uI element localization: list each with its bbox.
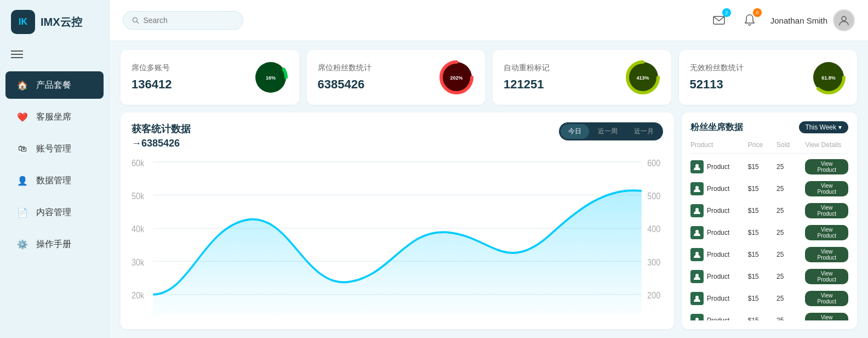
svg-line-1 bbox=[136, 21, 138, 23]
svg-text:20k: 20k bbox=[132, 290, 144, 300]
stat-card-0: 席位多账号 136412 16% bbox=[121, 50, 299, 105]
view-product-button-4[interactable]: View Product bbox=[805, 247, 848, 262]
user-name: Jonathan Smith bbox=[770, 16, 827, 25]
table-row: Product $15 25 View Product bbox=[690, 289, 848, 308]
sidebar-item-2[interactable]: 🛍账号管理 bbox=[5, 135, 104, 162]
price-cell-2: $15 bbox=[748, 207, 776, 215]
product-avatar-4 bbox=[690, 248, 704, 261]
product-name-7: Product bbox=[707, 317, 729, 320]
price-cell-3: $15 bbox=[748, 229, 776, 236]
nav-item-label: 数据管理 bbox=[36, 175, 71, 187]
sidebar-item-1[interactable]: ❤️客服坐席 bbox=[5, 103, 104, 131]
time-tabs: 今日近一周近一月 bbox=[559, 122, 663, 140]
price-cell-0: $15 bbox=[748, 163, 776, 171]
stat-value-3: 52113 bbox=[690, 77, 744, 92]
svg-text:60k: 60k bbox=[132, 158, 144, 168]
stat-left-1: 席位粉丝数统计 6385426 bbox=[318, 63, 372, 92]
time-tab-0[interactable]: 今日 bbox=[561, 124, 589, 139]
donut-svg-0: 16% bbox=[253, 60, 288, 95]
svg-text:413%: 413% bbox=[636, 75, 649, 81]
sidebar-item-4[interactable]: 📄内容管理 bbox=[5, 199, 104, 226]
email-button[interactable]: 2 bbox=[709, 10, 729, 30]
sold-cell-0: 25 bbox=[776, 163, 805, 171]
price-cell-6: $15 bbox=[748, 295, 776, 302]
hamburger-menu[interactable] bbox=[0, 44, 109, 65]
sold-cell-1: 25 bbox=[776, 185, 805, 193]
sidebar-item-0[interactable]: 🏠产品套餐 bbox=[5, 71, 104, 99]
header-icons: 2 0 Jonathan Smith bbox=[709, 9, 855, 31]
view-product-button-6[interactable]: View Product bbox=[805, 291, 848, 306]
view-product-button-2[interactable]: View Product bbox=[805, 203, 848, 218]
view-product-button-3[interactable]: View Product bbox=[805, 225, 848, 240]
sold-cell-6: 25 bbox=[776, 295, 805, 302]
svg-text:600: 600 bbox=[647, 158, 660, 168]
svg-text:202%: 202% bbox=[450, 75, 462, 81]
product-cell-5: Product bbox=[690, 270, 748, 283]
product-cell-7: Product bbox=[690, 314, 748, 320]
sidebar-item-5[interactable]: ⚙️操作手册 bbox=[5, 230, 104, 258]
chevron-down-icon: ▾ bbox=[838, 123, 842, 131]
time-tab-1[interactable]: 近一周 bbox=[590, 124, 625, 139]
product-avatar-2 bbox=[690, 204, 704, 217]
this-week-button[interactable]: This Week ▾ bbox=[799, 121, 848, 133]
home-icon: 🏠 bbox=[16, 79, 28, 91]
bell-button[interactable]: 0 bbox=[740, 10, 760, 30]
stat-card-3: 无效粉丝数统计 52113 61.8% bbox=[679, 50, 858, 105]
col-header-3: View Details bbox=[805, 141, 848, 149]
table-title: 粉丝坐席数据 bbox=[690, 122, 743, 133]
stat-value-2: 121251 bbox=[504, 77, 550, 92]
logo-text: IMX云控 bbox=[41, 15, 82, 30]
product-cell-4: Product bbox=[690, 248, 748, 261]
product-name-1: Product bbox=[707, 185, 729, 193]
svg-text:400: 400 bbox=[647, 224, 660, 234]
table-section: 粉丝坐席数据 This Week ▾ ProductPriceSoldView … bbox=[682, 112, 857, 329]
svg-text:61.8%: 61.8% bbox=[821, 75, 836, 81]
nav-item-label: 产品套餐 bbox=[36, 80, 71, 91]
table-col-headers: ProductPriceSoldView Details bbox=[690, 139, 848, 154]
chart-value: →6385426 bbox=[132, 138, 191, 149]
svg-point-3 bbox=[842, 16, 846, 21]
search-bar[interactable] bbox=[123, 11, 243, 30]
table-row: Product $15 25 View Product bbox=[690, 223, 848, 243]
chart-svg: 60k 50k 40k 30k 20k 600 500 400 300 200 bbox=[132, 154, 663, 319]
stat-left-0: 席位多账号 136412 bbox=[132, 63, 172, 92]
svg-text:500: 500 bbox=[647, 191, 660, 201]
nav-item-label: 客服坐席 bbox=[36, 111, 71, 123]
view-product-button-5[interactable]: View Product bbox=[805, 269, 848, 284]
table-row: Product $15 25 View Product bbox=[690, 201, 848, 221]
logo-icon: IK bbox=[11, 10, 35, 34]
price-cell-7: $15 bbox=[748, 317, 776, 320]
lower-row: 获客统计数据 →6385426 今日近一周近一月 60k 50k 40k 30k… bbox=[121, 112, 857, 329]
view-product-button-1[interactable]: View Product bbox=[805, 181, 848, 196]
svg-text:30k: 30k bbox=[132, 257, 144, 267]
svg-text:50k: 50k bbox=[132, 191, 144, 201]
view-product-button-7[interactable]: View Product bbox=[805, 313, 848, 320]
product-cell-0: Product bbox=[690, 160, 748, 173]
svg-text:16%: 16% bbox=[265, 75, 275, 81]
email-badge: 2 bbox=[722, 8, 731, 17]
product-name-0: Product bbox=[707, 163, 729, 171]
sidebar-item-3[interactable]: 👤数据管理 bbox=[5, 167, 104, 194]
stat-left-3: 无效粉丝数统计 52113 bbox=[690, 63, 744, 92]
chart-header: 获客统计数据 →6385426 今日近一周近一月 bbox=[132, 122, 663, 149]
content: 席位多账号 136412 16% 席位粉丝数统计 6385426 202% 自动… bbox=[110, 41, 868, 338]
chart-section: 获客统计数据 →6385426 今日近一周近一月 60k 50k 40k 30k… bbox=[121, 112, 674, 329]
stat-value-1: 6385426 bbox=[318, 77, 372, 92]
logo-area: IK IMX云控 bbox=[0, 0, 109, 44]
svg-point-38 bbox=[695, 318, 699, 320]
chart-area: 60k 50k 40k 30k 20k 600 500 400 300 200 bbox=[132, 154, 663, 319]
svg-text:300: 300 bbox=[647, 257, 660, 267]
product-cell-6: Product bbox=[690, 292, 748, 305]
stat-chart-0: 16% bbox=[253, 60, 288, 95]
stat-chart-3: 61.8% bbox=[811, 60, 846, 95]
gear-icon: ⚙️ bbox=[16, 238, 28, 250]
nav-item-label: 内容管理 bbox=[36, 207, 71, 218]
time-tab-2[interactable]: 近一月 bbox=[626, 124, 661, 139]
nav-item-label: 账号管理 bbox=[36, 143, 71, 155]
search-input[interactable] bbox=[143, 16, 234, 25]
sold-cell-7: 25 bbox=[776, 317, 805, 320]
user-icon: 👤 bbox=[16, 174, 28, 187]
bell-badge: 0 bbox=[753, 8, 762, 17]
product-cell-1: Product bbox=[690, 182, 748, 195]
view-product-button-0[interactable]: View Product bbox=[805, 159, 848, 174]
